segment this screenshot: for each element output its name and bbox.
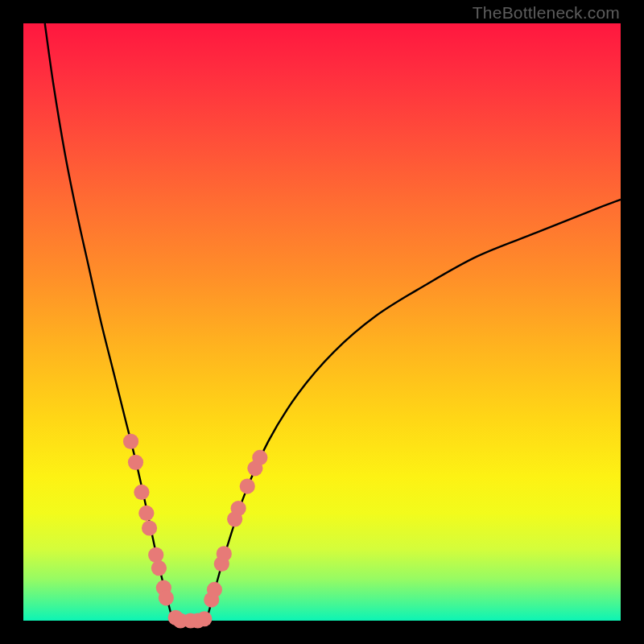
data-marker <box>138 506 154 521</box>
data-marker <box>151 560 167 576</box>
data-marker <box>148 547 163 563</box>
data-marker <box>134 485 149 500</box>
data-marker <box>142 520 157 535</box>
data-marker <box>123 434 138 449</box>
data-marker <box>207 582 222 597</box>
data-marker <box>128 455 143 470</box>
bottleneck-curve <box>45 23 621 623</box>
data-marker <box>240 478 255 493</box>
chart-frame: TheBottleneck.com <box>0 0 644 644</box>
marker-group <box>123 434 267 629</box>
data-marker <box>159 590 174 605</box>
data-marker <box>196 611 212 626</box>
data-marker <box>231 501 246 516</box>
data-marker <box>252 450 267 465</box>
data-marker <box>217 546 232 561</box>
attribution-text: TheBottleneck.com <box>473 3 620 23</box>
curve-layer <box>23 23 621 621</box>
